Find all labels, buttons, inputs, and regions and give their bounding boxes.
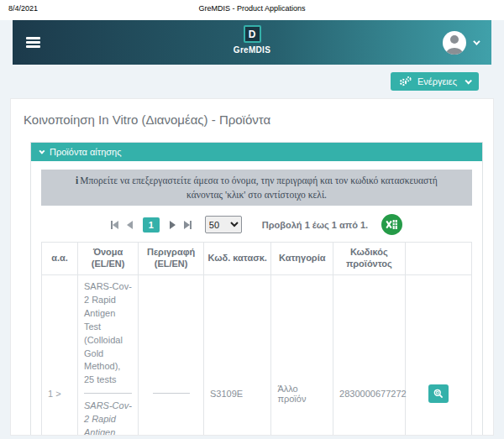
header-index: α.α. [42,243,78,275]
table-row: 1 > SARS-Cov-2 Rapid Antigen Test (Collo… [42,274,472,436]
products-panel: Προϊόντα αίτησης iΜπορείτε να επεξεργαστ… [30,142,483,436]
cell-product-code: 2830000677272 [333,274,406,436]
app-logo: D GreMDIS [13,25,491,55]
product-name-el: SARS-Cov-2 Rapid Antigen Test (Colloidal… [84,280,132,388]
next-page-button[interactable] [170,221,176,229]
previous-page-button[interactable] [127,221,133,229]
product-name-en: SARS-Cov-2 Rapid Antigen Test (Colloidal… [84,400,132,436]
actions-band: Ενέργειες [13,65,491,98]
app-logo-icon: D [244,25,261,43]
table-header-row: α.α. Όνομα (EL/EN) Περιγραφή (EL/EN) Κωδ… [42,243,472,275]
page-size-select[interactable]: 50 [205,216,242,233]
first-page-button[interactable] [111,221,118,229]
panel-header-products[interactable]: Προϊόντα αίτησης [31,143,482,161]
chevron-down-icon [473,38,480,44]
cell-row-index[interactable]: 1 > [42,274,78,436]
user-menu[interactable] [443,31,478,55]
view-details-button[interactable] [428,384,449,403]
cell-category: Άλλο προϊόν [271,274,333,436]
header-name: Όνομα (EL/EN) [78,243,139,275]
cell-actions [405,274,471,436]
products-table: α.α. Όνομα (EL/EN) Περιγραφή (EL/EN) Κωδ… [41,242,472,436]
name-divider [84,393,132,394]
print-document-title: GreMDIS - Product Applications [0,4,504,13]
last-page-icon [184,221,190,229]
header-manufacturer-code: Κωδ. κατασκ. [204,243,271,275]
print-header: 8/4/2021 GreMDIS - Product Applications [0,0,504,20]
pagination-summary: Προβολή 1 έως 1 από 1. [262,220,368,230]
previous-page-icon [127,221,133,229]
info-icon: i [76,175,78,186]
description-divider [153,393,190,394]
excel-export-button[interactable] [381,214,402,235]
panel-title: Προϊόντα αίτησης [50,147,121,157]
app-name: GreMDIS [234,45,270,55]
last-page-button[interactable] [184,221,192,229]
chevron-down-icon [465,77,471,84]
header-actions [405,243,471,275]
header-category: Κατηγορία [271,243,333,275]
current-page-indicator[interactable]: 1 [143,217,160,233]
page-title: Κοινοποίηση In Vitro (Διανομέας) - Προϊό… [24,112,483,127]
app-header: D GreMDIS [13,20,491,65]
user-avatar[interactable] [443,31,466,55]
pagination-bar: 1 50 Προβολή 1 έως 1 από 1. [41,206,472,242]
actions-button[interactable]: Ενέργειες [391,72,479,91]
gears-icon [399,76,412,86]
info-message: iΜπορείτε να επεξεργαστείτε άμεσα το όνο… [41,170,472,206]
next-page-icon [170,221,176,229]
panel-body: iΜπορείτε να επεξεργαστείτε άμεσα το όνο… [31,161,482,436]
cell-name-editable[interactable]: SARS-Cov-2 Rapid Antigen Test (Colloidal… [78,274,139,436]
hamburger-menu-icon[interactable] [26,35,40,50]
header-product-code: Κωδικός προϊόντος [333,243,406,275]
actions-button-label: Ενέργειες [417,76,457,86]
excel-icon [386,219,398,230]
cell-description-editable[interactable] [139,274,204,436]
cell-manufacturer-code-editable[interactable]: S3109E [204,274,271,436]
magnifier-icon [433,389,444,399]
collapse-chevron-icon [39,148,45,154]
info-text: Μπορείτε να επεξεργαστείτε άμεσα το όνομ… [80,175,438,200]
content-card: Κοινοποίηση In Vitro (Διανομέας) - Προϊό… [10,98,494,436]
expand-marker: > [55,389,60,399]
header-description: Περιγραφή (EL/EN) [139,243,204,275]
